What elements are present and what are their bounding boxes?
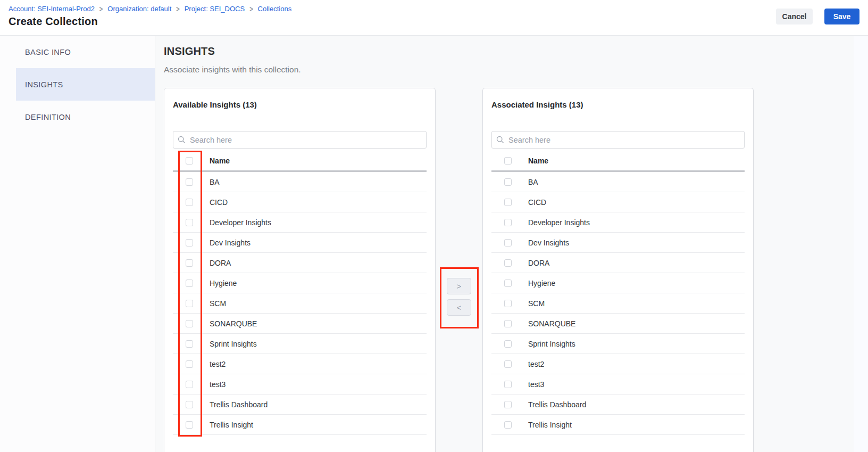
row-checkbox[interactable] [504, 239, 512, 246]
table-row[interactable]: CICD [173, 192, 427, 212]
table-row[interactable]: SONARQUBE [491, 314, 745, 334]
row-label: Hygiene [210, 279, 237, 287]
row-checkbox[interactable] [504, 280, 512, 287]
row-checkbox[interactable] [504, 178, 512, 186]
table-row[interactable]: test2 [491, 354, 745, 374]
row-checkbox[interactable] [504, 320, 512, 327]
table-row[interactable]: Trellis Insight [173, 415, 427, 435]
row-checkbox[interactable] [504, 219, 512, 226]
table-row[interactable]: SCM [173, 293, 427, 314]
select-all-checkbox[interactable] [186, 157, 193, 165]
row-label: Developer Insights [210, 218, 271, 227]
row-checkbox[interactable] [186, 381, 193, 388]
row-label: CICD [210, 198, 228, 207]
name-column-header: Name [528, 157, 548, 165]
row-label: Trellis Insight [210, 421, 253, 429]
table-row[interactable]: DORA [173, 253, 427, 273]
row-label: SONARQUBE [528, 319, 575, 328]
table-row[interactable]: test3 [491, 374, 745, 395]
row-checkbox[interactable] [504, 360, 512, 368]
row-label: Developer Insights [528, 218, 590, 227]
sidebar-item-insights[interactable]: INSIGHTS [16, 68, 155, 101]
row-label: CICD [528, 198, 546, 207]
table-row[interactable]: Developer Insights [491, 212, 745, 233]
annotation-box-transfer-buttons [440, 267, 479, 328]
table-row[interactable]: BA [491, 172, 745, 192]
table-row[interactable]: Developer Insights [173, 212, 427, 233]
section-heading: INSIGHTS [164, 45, 868, 57]
table-row[interactable]: SCM [491, 293, 745, 314]
breadcrumb-link-account[interactable]: Account: SEI-Internal-Prod2 [9, 5, 95, 13]
row-checkbox[interactable] [186, 421, 193, 429]
breadcrumb-link-collections[interactable]: Collections [258, 5, 292, 13]
transfer-column: > < [436, 88, 482, 452]
row-checkbox[interactable] [504, 381, 512, 388]
row-label: Dev Insights [210, 239, 251, 247]
row-label: DORA [528, 259, 549, 267]
save-button[interactable]: Save [824, 9, 859, 24]
row-label: test2 [528, 360, 544, 368]
move-right-button[interactable]: > [447, 278, 471, 294]
move-left-button[interactable]: < [447, 299, 471, 316]
search-input[interactable] [491, 131, 745, 149]
table-row[interactable]: test3 [173, 374, 427, 395]
table-row[interactable]: test2 [173, 354, 427, 374]
table-row[interactable]: CICD [491, 192, 745, 212]
breadcrumb-separator-icon: > [99, 5, 103, 13]
row-checkbox[interactable] [504, 300, 512, 307]
table-row[interactable]: Trellis Dashboard [491, 395, 745, 415]
scrollbar-area[interactable] [854, 36, 868, 452]
row-checkbox[interactable] [504, 401, 512, 408]
select-all-checkbox[interactable] [504, 157, 512, 165]
table-row[interactable]: BA [173, 172, 427, 192]
row-label: SONARQUBE [210, 319, 257, 328]
row-checkbox[interactable] [186, 360, 193, 368]
row-checkbox[interactable] [504, 421, 512, 429]
table-row[interactable]: Sprint Insights [491, 334, 745, 354]
row-checkbox[interactable] [186, 178, 193, 186]
row-checkbox[interactable] [186, 199, 193, 206]
sidebar-item-definition[interactable]: DEFINITION [16, 101, 155, 133]
row-checkbox[interactable] [186, 401, 193, 408]
breadcrumb-link-organization[interactable]: Organization: default [107, 5, 171, 13]
row-checkbox[interactable] [186, 340, 193, 348]
available-search [173, 131, 427, 149]
table-row[interactable]: Dev Insights [491, 233, 745, 253]
row-label: DORA [210, 259, 231, 267]
row-checkbox[interactable] [504, 259, 512, 267]
table-row[interactable]: SONARQUBE [173, 314, 427, 334]
row-label: test3 [210, 380, 226, 389]
sidebar-item-basic-info[interactable]: BASIC INFO [16, 36, 155, 68]
table-row[interactable]: Hygiene [491, 273, 745, 293]
row-checkbox[interactable] [186, 239, 193, 246]
chevron-right-icon: > [457, 282, 462, 291]
row-checkbox[interactable] [186, 320, 193, 327]
row-label: test3 [528, 380, 544, 389]
row-checkbox[interactable] [504, 199, 512, 206]
table-row[interactable]: Trellis Dashboard [173, 395, 427, 415]
header-actions: Cancel Save [776, 9, 859, 24]
row-label: Sprint Insights [528, 340, 575, 348]
cancel-button[interactable]: Cancel [776, 9, 813, 24]
row-label: SCM [210, 299, 226, 308]
row-label: Trellis Insight [528, 421, 572, 429]
row-checkbox[interactable] [186, 219, 193, 226]
table-row[interactable]: DORA [491, 253, 745, 273]
table-row[interactable]: Hygiene [173, 273, 427, 293]
row-label: Trellis Dashboard [528, 400, 586, 409]
breadcrumb-separator-icon: > [249, 5, 253, 13]
available-panel-title: Available Insights (13) [173, 100, 427, 110]
row-checkbox[interactable] [186, 300, 193, 307]
row-label: BA [528, 178, 538, 186]
row-checkbox[interactable] [504, 340, 512, 348]
table-row[interactable]: Sprint Insights [173, 334, 427, 354]
search-input[interactable] [173, 131, 427, 149]
table-row[interactable]: Dev Insights [173, 233, 427, 253]
row-checkbox[interactable] [186, 280, 193, 287]
row-checkbox[interactable] [186, 259, 193, 267]
row-label: Sprint Insights [210, 340, 257, 348]
breadcrumb-link-project[interactable]: Project: SEI_DOCS [185, 5, 245, 13]
table-row[interactable]: Trellis Insight [491, 415, 745, 435]
main-content: INSIGHTS Associate insights with this co… [155, 36, 868, 452]
available-table-header: Name [173, 151, 427, 172]
